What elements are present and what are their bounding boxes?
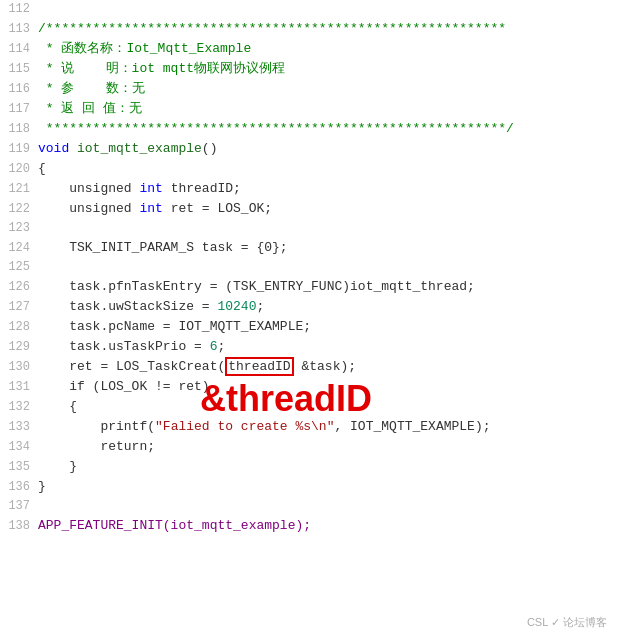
line-content: task.pfnTaskEntry = (TSK_ENTRY_FUNC)iot_… (38, 277, 619, 296)
line-content: { (38, 159, 619, 178)
table-row: 133 printf("Falied to create %s\n", IOT_… (0, 417, 619, 437)
line-content: ret = LOS_TaskCreat(threadID &task); (38, 357, 619, 376)
table-row: 125 (0, 258, 619, 277)
line-content: ****************************************… (38, 119, 619, 138)
line-number: 123 (0, 219, 38, 238)
line-content: * 函数名称：Iot_Mqtt_Example (38, 39, 619, 58)
table-row: 118 ************************************… (0, 119, 619, 139)
table-row: 131 if (LOS_OK != ret) (0, 377, 619, 397)
table-row: 121 unsigned int threadID; (0, 179, 619, 199)
line-content: printf("Falied to create %s\n", IOT_MQTT… (38, 417, 619, 436)
line-number: 118 (0, 120, 38, 139)
table-row: 112 (0, 0, 619, 19)
line-content: * 参 数：无 (38, 79, 619, 98)
line-content: * 返 回 值：无 (38, 99, 619, 118)
line-content: return; (38, 437, 619, 456)
line-number: 115 (0, 60, 38, 79)
line-number: 127 (0, 298, 38, 317)
table-row: 119void iot_mqtt_example() (0, 139, 619, 159)
line-number: 121 (0, 180, 38, 199)
table-row: 113/************************************… (0, 19, 619, 39)
line-number: 136 (0, 478, 38, 497)
table-row: 124 TSK_INIT_PARAM_S task = {0}; (0, 238, 619, 258)
line-number: 126 (0, 278, 38, 297)
table-row: 132 { (0, 397, 619, 417)
table-row: 117 * 返 回 值：无 (0, 99, 619, 119)
table-row: 120{ (0, 159, 619, 179)
line-number: 124 (0, 239, 38, 258)
line-number: 134 (0, 438, 38, 457)
line-content: } (38, 477, 619, 496)
line-content: task.pcName = IOT_MQTT_EXAMPLE; (38, 317, 619, 336)
table-row: 115 * 说 明：iot mqtt物联网协议例程 (0, 59, 619, 79)
table-row: 122 unsigned int ret = LOS_OK; (0, 199, 619, 219)
table-row: 137 (0, 497, 619, 516)
highlighted-threadid: threadID (225, 357, 293, 376)
line-number: 122 (0, 200, 38, 219)
line-number: 135 (0, 458, 38, 477)
line-content: task.uwStackSize = 10240; (38, 297, 619, 316)
table-row: 123 (0, 219, 619, 238)
line-number: 137 (0, 497, 38, 516)
line-number: 133 (0, 418, 38, 437)
line-content: unsigned int ret = LOS_OK; (38, 199, 619, 218)
line-content: APP_FEATURE_INIT(iot_mqtt_example); (38, 516, 619, 535)
line-content: } (38, 457, 619, 476)
table-row: 116 * 参 数：无 (0, 79, 619, 99)
line-number: 130 (0, 358, 38, 377)
line-number: 138 (0, 517, 38, 536)
line-number: 119 (0, 140, 38, 159)
table-row: 129 task.usTaskPrio = 6; (0, 337, 619, 357)
line-number: 112 (0, 0, 38, 19)
table-row: 126 task.pfnTaskEntry = (TSK_ENTRY_FUNC)… (0, 277, 619, 297)
table-row: 130 ret = LOS_TaskCreat(threadID &task); (0, 357, 619, 377)
table-row: 114 * 函数名称：Iot_Mqtt_Example (0, 39, 619, 59)
table-row: 134 return; (0, 437, 619, 457)
table-row: 135 } (0, 457, 619, 477)
line-number: 131 (0, 378, 38, 397)
line-content: unsigned int threadID; (38, 179, 619, 198)
line-number: 113 (0, 20, 38, 39)
line-content: TSK_INIT_PARAM_S task = {0}; (38, 238, 619, 257)
code-lines: 112113/*********************************… (0, 0, 619, 536)
watermark: CSL ✓ 论坛博客 (527, 615, 607, 630)
table-row: 136} (0, 477, 619, 497)
line-number: 120 (0, 160, 38, 179)
line-content: /***************************************… (38, 19, 619, 38)
line-content: * 说 明：iot mqtt物联网协议例程 (38, 59, 619, 78)
line-content: void iot_mqtt_example() (38, 139, 619, 158)
table-row: 138APP_FEATURE_INIT(iot_mqtt_example); (0, 516, 619, 536)
line-number: 117 (0, 100, 38, 119)
line-number: 114 (0, 40, 38, 59)
table-row: 128 task.pcName = IOT_MQTT_EXAMPLE; (0, 317, 619, 337)
code-container: 112113/*********************************… (0, 0, 619, 638)
line-number: 132 (0, 398, 38, 417)
line-number: 128 (0, 318, 38, 337)
line-content: if (LOS_OK != ret) (38, 377, 619, 396)
line-number: 129 (0, 338, 38, 357)
line-content: task.usTaskPrio = 6; (38, 337, 619, 356)
line-content: { (38, 397, 619, 416)
line-number: 116 (0, 80, 38, 99)
line-number: 125 (0, 258, 38, 277)
table-row: 127 task.uwStackSize = 10240; (0, 297, 619, 317)
